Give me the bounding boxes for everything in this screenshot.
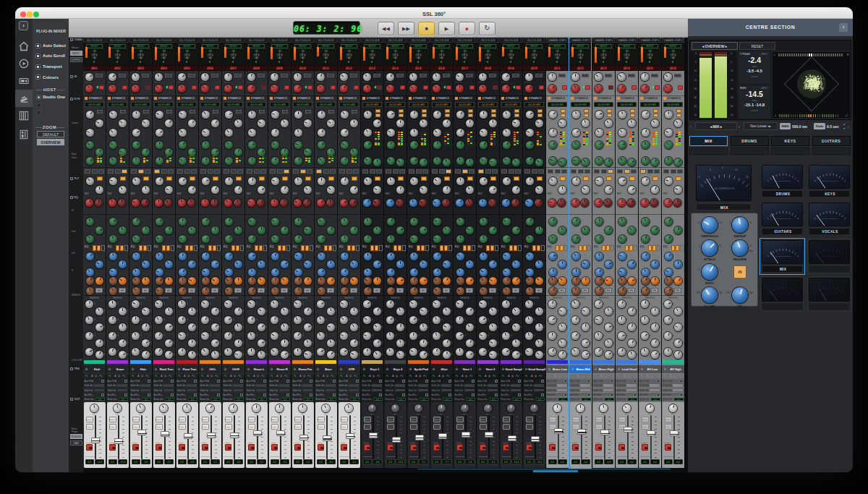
fader-cap[interactable] [230, 433, 239, 438]
ctrl-slider[interactable] [279, 384, 289, 386]
knob[interactable] [317, 316, 325, 324]
knob[interactable] [364, 129, 372, 137]
knob[interactable] [202, 235, 210, 243]
mn-button[interactable]: MN [396, 288, 404, 293]
knob[interactable] [466, 186, 474, 194]
ctrl-slider[interactable] [140, 384, 150, 386]
knob[interactable] [341, 235, 349, 243]
phase-button[interactable] [169, 85, 174, 90]
in-button[interactable] [674, 74, 681, 77]
knob[interactable] [433, 235, 441, 243]
knob[interactable] [526, 268, 534, 276]
knob[interactable] [363, 300, 371, 308]
knob[interactable] [234, 119, 242, 127]
fader-cap[interactable] [299, 435, 308, 440]
eq-toggle-off[interactable] [634, 245, 637, 251]
knob[interactable] [294, 277, 302, 285]
ctrl-checkbox[interactable] [148, 393, 150, 396]
strip-button[interactable] [617, 169, 623, 174]
knob[interactable] [364, 157, 372, 165]
knob[interactable] [387, 277, 395, 285]
knob[interactable] [595, 287, 603, 295]
section-checkbox[interactable] [70, 98, 73, 101]
knob[interactable] [664, 348, 672, 356]
knob[interactable] [95, 277, 103, 285]
knob[interactable] [480, 235, 488, 243]
in-button[interactable] [95, 74, 103, 77]
flt-in-button[interactable] [328, 176, 334, 181]
ctrl-checkbox[interactable] [286, 380, 289, 383]
knob[interactable] [304, 307, 312, 315]
cut-button[interactable]: CUT [225, 424, 232, 430]
knob[interactable] [618, 252, 626, 260]
ctrl-checkbox[interactable] [518, 380, 521, 383]
channel-name-row[interactable]: Floor Tom [176, 365, 198, 373]
strip-button[interactable] [663, 169, 669, 174]
listen-button[interactable] [294, 444, 301, 451]
knob[interactable] [114, 404, 122, 412]
knob[interactable] [142, 148, 150, 156]
knob[interactable] [387, 141, 395, 149]
knob[interactable] [443, 351, 451, 359]
knob[interactable] [618, 287, 626, 295]
knob[interactable] [318, 277, 326, 285]
fast-button[interactable] [514, 109, 519, 113]
knob[interactable] [109, 141, 117, 149]
knob[interactable] [179, 157, 187, 165]
knob[interactable] [628, 339, 636, 347]
knob[interactable] [202, 252, 210, 260]
channel-name-row[interactable]: Room R [268, 365, 291, 373]
knob[interactable] [651, 323, 659, 331]
knob[interactable] [156, 277, 163, 285]
knob[interactable] [248, 111, 256, 119]
strip-button[interactable] [578, 169, 584, 174]
knob[interactable] [665, 111, 673, 119]
ctrl-checkbox[interactable] [680, 380, 683, 383]
eq-toggle[interactable] [301, 245, 305, 251]
mn-button[interactable]: MN [512, 288, 519, 293]
knob[interactable] [156, 111, 163, 119]
channel-name-row[interactable]: Synth Pad [407, 365, 430, 373]
knob[interactable] [571, 316, 579, 324]
ctrl-slider[interactable] [372, 389, 382, 391]
knob[interactable] [595, 141, 603, 149]
knob[interactable] [595, 73, 603, 81]
in-button[interactable] [605, 74, 612, 77]
strip-button[interactable] [346, 169, 352, 174]
knob[interactable] [396, 351, 404, 359]
knob[interactable] [363, 199, 371, 207]
strip-button[interactable] [330, 169, 336, 174]
fast-button[interactable] [399, 109, 404, 113]
knob[interactable] [340, 85, 348, 93]
knob[interactable] [206, 404, 214, 412]
dyn-in-button[interactable] [630, 114, 635, 117]
eq-toggle[interactable] [231, 245, 235, 251]
knob[interactable] [674, 260, 682, 268]
knob[interactable] [650, 199, 658, 207]
knob[interactable] [502, 73, 510, 81]
knob[interactable] [572, 218, 580, 226]
ctrl-checkbox[interactable] [356, 393, 359, 396]
knob[interactable] [86, 277, 94, 285]
knob[interactable] [132, 277, 140, 285]
ctrl-checkbox[interactable] [402, 380, 405, 383]
solo-button[interactable]: SOLO [179, 417, 186, 422]
knob[interactable] [119, 226, 127, 234]
knob[interactable] [225, 157, 233, 165]
knob[interactable] [420, 351, 427, 359]
cut-button[interactable]: CUT [480, 424, 487, 430]
eq-toggle[interactable] [398, 245, 401, 251]
ctrl-slider[interactable] [279, 389, 289, 391]
knob[interactable] [234, 307, 242, 315]
knob[interactable] [234, 148, 242, 156]
knob[interactable] [618, 129, 626, 137]
knob[interactable] [503, 141, 511, 149]
fader-cap[interactable] [207, 433, 216, 438]
knob[interactable] [341, 129, 349, 137]
listen-button[interactable] [387, 444, 393, 451]
knob[interactable] [317, 300, 325, 308]
knob[interactable] [526, 277, 534, 285]
ctrl-slider[interactable] [441, 389, 451, 391]
knob[interactable] [642, 218, 650, 226]
listen-button[interactable] [132, 444, 139, 451]
